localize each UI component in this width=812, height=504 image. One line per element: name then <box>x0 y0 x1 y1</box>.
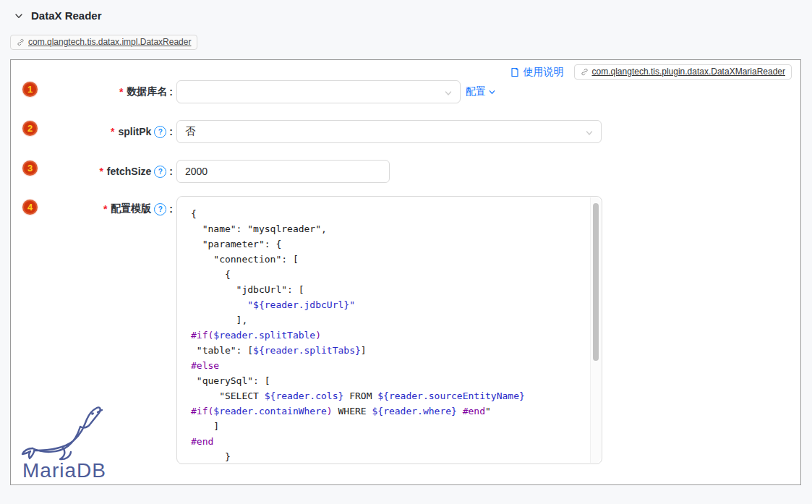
label-colon: : <box>169 166 173 177</box>
configure-db-label: 配置 <box>466 85 486 98</box>
dbname-select[interactable] <box>176 80 461 103</box>
chevron-down-icon <box>585 128 594 137</box>
help-icon[interactable]: ? <box>154 126 166 138</box>
doc-icon <box>510 67 520 77</box>
chevron-down-icon <box>444 88 453 97</box>
template-code-editor[interactable]: { "name": "mysqlreader", "parameter": { … <box>176 196 602 464</box>
field-label-template-text: 配置模版 <box>111 202 151 215</box>
mariadb-logo: MariaDB <box>14 393 137 481</box>
splitpk-select[interactable]: 否 <box>176 120 602 143</box>
descriptor-tag-label: com.qlangtech.tis.datax.impl.DataxReader <box>28 37 191 47</box>
required-mark: * <box>103 203 107 215</box>
label-colon: : <box>169 86 173 98</box>
label-colon: : <box>169 203 173 215</box>
editor-scrollbar-thumb[interactable] <box>593 203 599 361</box>
mariadb-seal-icon <box>21 393 111 461</box>
field-label-splitpk-text: splitPk <box>118 126 151 137</box>
chevron-down-icon <box>488 88 496 96</box>
usage-doc-link[interactable]: 使用说明 <box>510 66 564 79</box>
plugin-form-panel: 使用说明 com.qlangtech.tis.plugin.datax.Data… <box>10 59 801 485</box>
fetchsize-input[interactable] <box>176 160 390 183</box>
code-content[interactable]: { "name": "mysqlreader", "parameter": { … <box>177 197 591 464</box>
descriptor-tag-link[interactable]: com.qlangtech.tis.datax.impl.DataxReader <box>10 35 197 50</box>
editor-scrollbar[interactable] <box>590 197 601 463</box>
plugin-class-tag-link[interactable]: com.qlangtech.tis.plugin.datax.DataXMari… <box>574 64 792 80</box>
field-label-template: * 配置模版 ? : <box>11 197 173 221</box>
help-icon[interactable]: ? <box>154 203 166 215</box>
field-label-splitpk: * splitPk ? : <box>11 120 173 143</box>
required-mark: * <box>99 166 103 177</box>
field-label-dbname-text: 数据库名 <box>127 85 167 98</box>
plugin-class-tag-label: com.qlangtech.tis.plugin.datax.DataXMari… <box>592 67 785 77</box>
required-mark: * <box>111 126 114 137</box>
field-label-fetchsize-text: fetchSize <box>107 166 151 177</box>
field-label-dbname: * 数据库名: <box>11 80 173 103</box>
usage-doc-label: 使用说明 <box>523 66 564 79</box>
section-header[interactable]: DataX Reader <box>14 9 102 22</box>
configure-db-link[interactable]: 配置 <box>466 80 496 103</box>
splitpk-select-value: 否 <box>185 125 195 138</box>
mariadb-wordmark: MariaDB <box>22 459 106 482</box>
page: DataX Reader com.qlangtech.tis.datax.imp… <box>0 0 812 504</box>
section-title: DataX Reader <box>31 9 102 22</box>
chevron-down-icon <box>14 12 23 20</box>
label-colon: : <box>169 126 173 137</box>
link-icon <box>17 38 25 46</box>
required-mark: * <box>119 86 123 98</box>
help-icon[interactable]: ? <box>154 166 166 178</box>
field-label-fetchsize: * fetchSize ? : <box>11 160 173 183</box>
link-icon <box>581 68 589 76</box>
